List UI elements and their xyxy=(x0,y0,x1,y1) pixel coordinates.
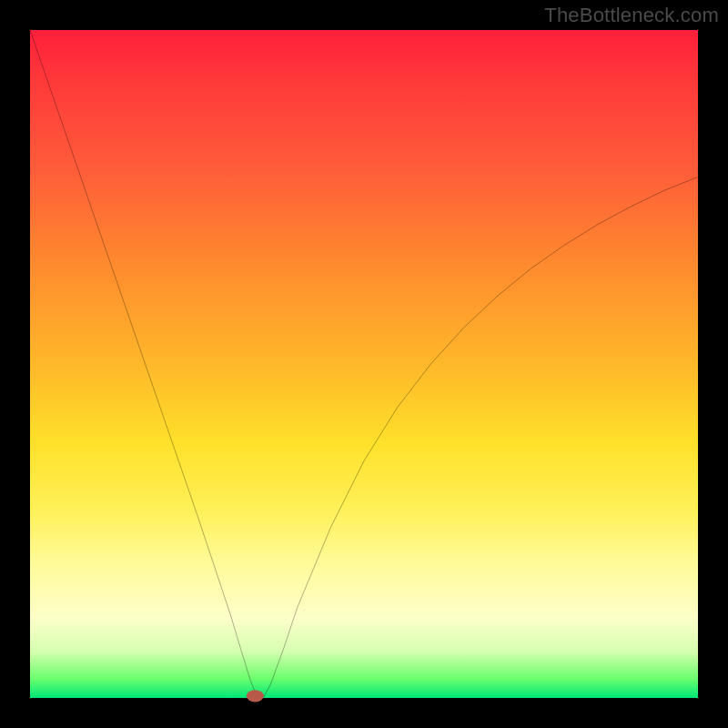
chart-svg xyxy=(30,30,698,698)
min-marker xyxy=(247,690,264,702)
curve-path xyxy=(30,30,698,697)
watermark-text: TheBottleneck.com xyxy=(544,4,719,27)
chart-frame: TheBottleneck.com xyxy=(0,0,728,728)
plot-area xyxy=(30,30,698,698)
